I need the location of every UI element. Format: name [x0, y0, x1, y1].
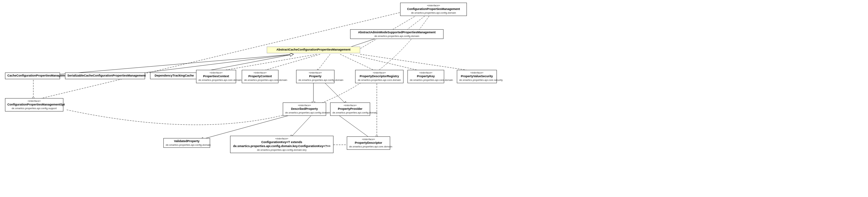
- node-configuration-properties-management[interactable]: «interface» ConfigurationPropertiesManag…: [400, 3, 467, 16]
- class-name-label: PropertyProvider: [333, 107, 368, 111]
- class-name-label: ConfigurationKey<T extends de.smartics.p…: [232, 141, 331, 148]
- package-label: de.smartics.properties.api.config.domain…: [232, 148, 331, 152]
- package-label: de.smartics.properties.api.config.domain: [333, 111, 368, 115]
- class-name-label: ConfigurationPropertiesManagement: [402, 7, 465, 11]
- stereotype-label: «interface»: [410, 71, 442, 75]
- node-property-value-security[interactable]: «interface» PropertyValueSecurity de.sma…: [457, 70, 497, 83]
- node-described-property[interactable]: «interface» DescribedProperty de.smartic…: [283, 103, 326, 116]
- stereotype-label: «interface»: [299, 71, 332, 75]
- class-name-label: ValidatedProperty: [166, 140, 208, 144]
- package-label: de.smartics.properties.api.config.suppor…: [7, 107, 61, 110]
- node-properties-context[interactable]: «interface» PropertiesContext de.smartic…: [196, 70, 236, 83]
- stereotype-label: «interface»: [7, 100, 61, 103]
- node-abstract-admin-mode[interactable]: AbstractAdminModeSupportedPropertiesMana…: [350, 29, 443, 39]
- class-name-label: PropertyValueSecurity: [459, 75, 495, 79]
- stereotype-label: «interface»: [232, 137, 331, 141]
- class-name-label: PropertyContext: [244, 75, 276, 79]
- class-name-label: PropertiesContext: [198, 75, 234, 79]
- node-serializable-cache-config[interactable]: SerializableCacheConfigurationProperties…: [65, 73, 145, 79]
- node-abstract-cache-config[interactable]: AbstractCacheConfigurationPropertiesMana…: [267, 47, 360, 53]
- stereotype-label: «interface»: [349, 138, 388, 141]
- class-name-label: DependencyTrackingCache: [152, 74, 196, 78]
- node-dependency-tracking-cache[interactable]: DependencyTrackingCache: [150, 73, 198, 79]
- node-property-descriptor[interactable]: «interface» PropertyDescriptor de.smarti…: [347, 136, 390, 150]
- stereotype-label: «interface»: [402, 4, 465, 7]
- class-name-label: PropertyKey: [410, 75, 442, 79]
- package-label: de.smartics.properties.api.config.domain: [166, 144, 208, 147]
- svg-line-11: [360, 54, 477, 72]
- svg-line-8: [317, 54, 330, 72]
- node-cache-config[interactable]: CacheConfigurationPropertiesManagement: [5, 73, 60, 79]
- node-property[interactable]: «interface» Property de.smartics.propert…: [296, 70, 335, 83]
- svg-line-7: [260, 54, 320, 72]
- node-property-key[interactable]: «interface» PropertyKey de.smartics.prop…: [407, 70, 444, 83]
- stereotype-label: «interface»: [198, 71, 234, 75]
- stereotype-label: «interface»: [333, 104, 368, 107]
- package-label: de.smartics.properties.api.config.domain: [352, 35, 441, 38]
- stereotype-label: «interface»: [285, 104, 324, 107]
- node-config-props-management-spi[interactable]: «interface» ConfigurationPropertiesManag…: [5, 98, 63, 112]
- package-label: de.smartics.properties.api.config.domain: [299, 79, 332, 82]
- class-name-label: Property: [299, 75, 332, 79]
- node-configuration-key[interactable]: «interface» ConfigurationKey<T extends d…: [230, 136, 334, 153]
- class-name-label: AbstractAdminModeSupportedPropertiesMana…: [352, 31, 441, 35]
- package-label: de.smartics.properties.api.core.security: [459, 79, 495, 82]
- node-property-descriptor-registry[interactable]: «interface» PropertyDescriptorRegistry d…: [355, 70, 403, 83]
- package-label: de.smartics.properties.api.config.domain: [285, 111, 324, 115]
- package-label: de.smartics.properties.api.core.domain: [410, 79, 442, 82]
- stereotype-label: «interface»: [244, 71, 276, 75]
- package-label: de.smartics.properties.api.core.domain: [358, 79, 401, 82]
- svg-line-9: [340, 54, 377, 72]
- package-label: de.smartics.properties.api.core.domain: [349, 145, 388, 148]
- class-name-label: DescribedProperty: [285, 107, 324, 111]
- package-label: de.smartics.properties.api.config.domain: [402, 11, 465, 15]
- stereotype-label: «interface»: [358, 71, 401, 75]
- svg-line-4: [35, 9, 413, 100]
- stereotype-label: «interface»: [459, 71, 495, 75]
- svg-line-10: [350, 54, 424, 72]
- class-name-label: CacheConfigurationPropertiesManagement: [7, 74, 58, 78]
- class-name-label: SerializableCacheConfigurationProperties…: [67, 74, 143, 78]
- class-name-label: PropertyDescriptor: [349, 141, 388, 145]
- package-label: de.smartics.properties.api.core.domain: [198, 79, 234, 82]
- class-name-label: AbstractCacheConfigurationPropertiesMana…: [269, 48, 358, 52]
- class-name-label: PropertyDescriptorRegistry: [358, 75, 401, 79]
- svg-line-6: [217, 54, 317, 72]
- package-label: de.smartics.properties.api.core.domain: [244, 79, 276, 82]
- node-property-context[interactable]: «interface» PropertyContext de.smartics.…: [242, 70, 278, 83]
- class-name-label: ConfigurationPropertiesManagementSpi: [7, 103, 61, 107]
- node-property-provider[interactable]: «interface» PropertyProvider de.smartics…: [330, 103, 370, 116]
- class-diagram: «interface» ConfigurationPropertiesManag…: [0, 0, 868, 197]
- svg-line-15: [290, 113, 313, 138]
- node-validated-property[interactable]: ValidatedProperty de.smartics.properties…: [163, 138, 210, 148]
